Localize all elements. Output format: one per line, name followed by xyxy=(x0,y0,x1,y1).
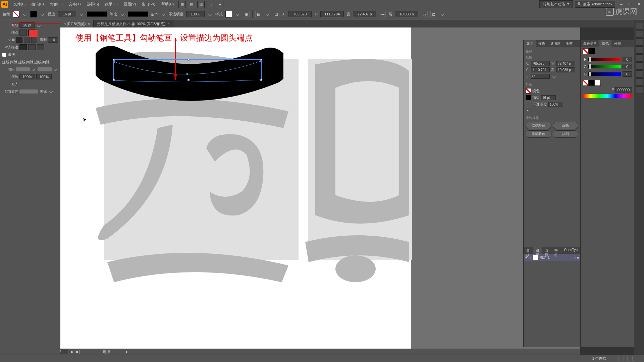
tab-2[interactable]: 元旦是只猫源文件.ai @ 100% (RGB/预览)× xyxy=(94,20,173,27)
opacity-input[interactable] xyxy=(186,11,205,17)
dock-stroke-icon[interactable] xyxy=(636,54,643,62)
hex-input[interactable] xyxy=(615,87,632,93)
corner-round[interactable] xyxy=(24,37,30,43)
dash-checkbox[interactable] xyxy=(2,53,6,57)
visibility-icon[interactable]: 👁 xyxy=(525,255,529,259)
width-profile[interactable] xyxy=(19,89,38,94)
btn-join[interactable]: 连接 xyxy=(553,122,579,129)
btn-offset-path[interactable]: 位移路径 xyxy=(526,122,551,129)
shape-icon[interactable]: ▱ xyxy=(421,11,428,17)
layer-sub-icon[interactable] xyxy=(627,356,633,361)
tab-stroke[interactable]: 描边 xyxy=(536,40,548,47)
cap-butt[interactable] xyxy=(19,29,27,36)
miter-limit[interactable] xyxy=(48,37,58,43)
prop-rotation[interactable] xyxy=(531,74,550,79)
dock-gradient-icon[interactable] xyxy=(636,62,643,70)
tab-gradient[interactable]: 渐变 xyxy=(563,40,575,47)
g-value[interactable] xyxy=(623,64,632,69)
menu-help[interactable]: 帮助(H) xyxy=(159,1,176,8)
btn-recolor[interactable]: 重新着色 xyxy=(526,130,551,138)
arrow-end[interactable] xyxy=(38,67,52,71)
menu-edit[interactable]: 编辑(E) xyxy=(29,1,47,8)
y-input[interactable] xyxy=(320,11,344,17)
tab-appearance[interactable]: 外观 xyxy=(611,40,624,47)
brush-profile[interactable] xyxy=(87,11,107,17)
tab-color-guide[interactable]: 颜色参考 xyxy=(581,40,599,47)
close-icon[interactable]: × xyxy=(167,22,169,26)
dock-libraries-icon[interactable] xyxy=(636,22,643,29)
nav-last-icon[interactable]: ▶| xyxy=(76,350,80,354)
h-input[interactable] xyxy=(395,11,418,17)
align-inside[interactable] xyxy=(28,44,36,50)
layer-delete-icon[interactable] xyxy=(636,356,641,361)
tab-artboards[interactable]: 画板 xyxy=(524,247,533,254)
layer-row[interactable]: 👁 › 图层 1 ○ ■ xyxy=(524,254,580,261)
transform-icon[interactable]: ⊡ xyxy=(273,11,279,17)
close-icon[interactable]: × xyxy=(88,22,90,26)
dock-transparency-icon[interactable] xyxy=(636,70,643,78)
menu-object[interactable]: 对象(O) xyxy=(47,1,65,8)
tab-assets[interactable]: 资源 xyxy=(542,247,552,254)
prop-opacity[interactable] xyxy=(548,102,563,107)
w-input[interactable] xyxy=(353,11,376,17)
corner-bevel[interactable] xyxy=(31,37,37,43)
nav-next-icon[interactable]: ▶ xyxy=(71,350,73,354)
prop-h[interactable] xyxy=(556,67,575,72)
dock-graphic-icon[interactable] xyxy=(636,86,643,94)
tab-char[interactable]: 字符 xyxy=(552,247,561,254)
b-slider[interactable] xyxy=(588,72,621,76)
spectrum-picker[interactable] xyxy=(583,94,632,98)
canvas[interactable]: 使用【钢笔工具】勾勒笔画，设置描边为圆头端点 ➤ xyxy=(17,27,580,349)
doc-setup-icon[interactable]: ▤ xyxy=(188,1,195,8)
menu-effect[interactable]: 效果(C) xyxy=(102,1,120,8)
gpu-icon[interactable]: ▦ xyxy=(178,1,186,8)
btn-arrange[interactable]: 排列 xyxy=(553,130,579,138)
cloud-icon[interactable]: ☁ xyxy=(216,1,223,8)
dock-appearance-icon[interactable] xyxy=(636,78,643,86)
prop-x[interactable] xyxy=(531,61,550,66)
menu-file[interactable]: 文件(F) xyxy=(11,1,28,8)
tab-layers[interactable]: 图层 xyxy=(533,247,542,254)
prop-w[interactable] xyxy=(556,61,575,66)
r-value[interactable] xyxy=(623,57,632,62)
minimize-button[interactable]: ─ xyxy=(617,1,625,7)
r-slider[interactable] xyxy=(588,58,621,61)
tab-properties[interactable]: 属性 xyxy=(524,40,536,47)
dock-swatches-icon[interactable] xyxy=(636,38,643,46)
graphic-style[interactable] xyxy=(225,11,232,17)
menu-select[interactable]: 选择(S) xyxy=(84,1,102,8)
dock-brushes-icon[interactable] xyxy=(636,30,643,38)
panel-stroke[interactable] xyxy=(589,48,595,54)
tab-1[interactable]: a (RGB/预览)× xyxy=(60,20,94,27)
menu-type[interactable]: 文字(T) xyxy=(66,1,84,8)
b-value[interactable] xyxy=(623,71,632,77)
layer-new-icon[interactable] xyxy=(619,356,624,361)
maximize-button[interactable]: ☐ xyxy=(626,1,634,7)
recolor-icon[interactable]: ◉ xyxy=(243,11,250,17)
fill-swatch[interactable] xyxy=(13,11,19,17)
stroke-weight-input[interactable] xyxy=(58,11,76,17)
x-input[interactable] xyxy=(288,11,312,17)
menu-view[interactable]: 视图(V) xyxy=(121,1,139,8)
arrow-start[interactable] xyxy=(16,67,30,71)
layer-locate-icon[interactable] xyxy=(610,356,615,361)
corner-miter[interactable] xyxy=(16,37,22,43)
close-button[interactable]: ✕ xyxy=(635,1,643,7)
selection-bounds[interactable] xyxy=(113,59,262,80)
panel-fill[interactable] xyxy=(583,48,589,54)
style-profile[interactable] xyxy=(128,11,148,17)
link-wh-icon[interactable]: ⊶ xyxy=(379,11,386,17)
stroke-swatch[interactable] xyxy=(30,11,37,17)
isolate-icon[interactable]: ⊏ xyxy=(430,11,437,17)
align-icon[interactable]: ⊞ xyxy=(255,11,262,17)
g-slider[interactable] xyxy=(588,65,621,68)
arrange-icon[interactable]: ▥ xyxy=(197,1,205,8)
menu-window[interactable]: 窗口(W) xyxy=(139,1,158,8)
prop-stroke-w[interactable] xyxy=(541,95,556,100)
tab-opentype[interactable]: OpenTyp xyxy=(561,247,580,254)
align-outside[interactable] xyxy=(37,44,44,50)
tab-transparency[interactable]: 透明度 xyxy=(548,40,563,47)
align-center[interactable] xyxy=(19,44,27,50)
workspace-dropdown[interactable]: 传统基本功能▾ xyxy=(539,0,573,8)
tab-color[interactable]: 颜色 xyxy=(599,40,611,47)
